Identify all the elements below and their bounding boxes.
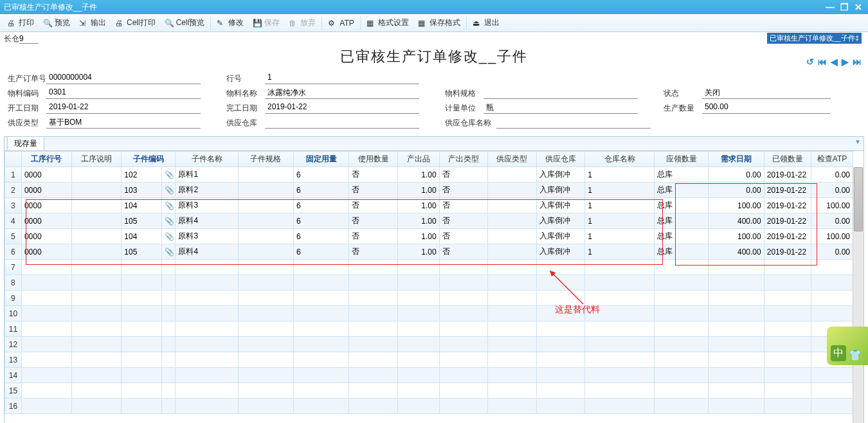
cell-empty[interactable]	[293, 321, 348, 337]
cell-name[interactable]: 原料3	[176, 198, 238, 213]
cell-empty[interactable]	[397, 260, 439, 275]
cell-empty[interactable]	[238, 260, 293, 275]
cell-empty[interactable]	[349, 260, 398, 275]
cell-empty[interactable]	[655, 368, 709, 383]
cell-empty[interactable]	[122, 306, 162, 321]
cell-code[interactable]: 105	[122, 244, 162, 260]
cell-empty[interactable]	[397, 337, 439, 352]
cell-supplytype[interactable]: 入库倒冲	[536, 229, 585, 244]
grid-vertical-scrollbar[interactable]	[853, 167, 863, 423]
cell-empty[interactable]	[536, 337, 585, 352]
cell-empty[interactable]	[21, 306, 71, 321]
cell-fixed[interactable]: 6	[293, 244, 348, 260]
cell-empty[interactable]	[161, 383, 176, 399]
close-button[interactable]: ✕	[853, 2, 864, 12]
cell-reqdate[interactable]: 2019-01-22	[764, 183, 811, 198]
cell-outtype[interactable]	[488, 198, 537, 213]
cell-empty[interactable]	[439, 291, 488, 306]
cell-empty[interactable]	[397, 306, 439, 321]
cell-issued[interactable]: 0.00	[811, 183, 853, 198]
cell-empty[interactable]	[397, 383, 439, 399]
cell-name[interactable]: 原料4	[176, 244, 238, 260]
cell-output[interactable]: 否	[349, 183, 398, 198]
cell-opdesc[interactable]	[71, 167, 122, 183]
cell-empty[interactable]	[122, 368, 162, 383]
cell-opdesc[interactable]	[71, 213, 122, 229]
format-set-button[interactable]: ▦格式设置	[362, 15, 413, 31]
col-op-line[interactable]: 工序行号	[21, 152, 71, 167]
table-row[interactable]: 8	[5, 275, 853, 291]
cell-empty[interactable]	[488, 275, 537, 291]
table-row[interactable]: 40000105📎原料46否1.00否入库倒冲1总库400.002019-01-…	[5, 213, 853, 229]
cell-spec[interactable]	[238, 244, 293, 260]
cell-empty[interactable]	[764, 291, 811, 306]
cell-empty[interactable]	[293, 383, 348, 399]
cell-empty[interactable]	[397, 321, 439, 337]
cell-empty[interactable]	[176, 368, 238, 383]
table-row[interactable]: 13	[5, 352, 853, 368]
cell-empty[interactable]	[349, 275, 398, 291]
cell-empty[interactable]	[709, 368, 764, 383]
cell-empty[interactable]	[811, 306, 853, 321]
cell-empty[interactable]	[176, 337, 238, 352]
cell-issued[interactable]: 0.00	[811, 167, 853, 183]
cell-op[interactable]: 0000	[21, 183, 71, 198]
cell-empty[interactable]	[349, 321, 398, 337]
cell-empty[interactable]	[488, 368, 537, 383]
exit-button[interactable]: ⏏退出	[468, 15, 504, 31]
cell-whname[interactable]: 总库	[655, 198, 709, 213]
cell-empty[interactable]	[71, 368, 122, 383]
maximize-button[interactable]: ❐	[838, 2, 850, 12]
cell-empty[interactable]	[161, 352, 176, 368]
col-child-code[interactable]: 子件编码	[122, 152, 176, 167]
line-no-field[interactable]: 1	[265, 73, 419, 84]
cell-isout[interactable]: 否	[439, 213, 488, 229]
cell-outtype[interactable]	[488, 167, 537, 183]
save-format-button[interactable]: ▦保存格式	[413, 15, 465, 31]
cell-reqdate[interactable]: 2019-01-22	[764, 198, 811, 213]
cell-empty[interactable]	[811, 275, 853, 291]
cell-empty[interactable]	[176, 275, 238, 291]
cell-wh[interactable]: 1	[585, 244, 655, 260]
cell-empty[interactable]	[709, 352, 764, 368]
cell-empty[interactable]	[71, 352, 122, 368]
cell-empty[interactable]	[71, 306, 122, 321]
col-child-spec[interactable]: 子件规格	[238, 152, 293, 167]
cell-empty[interactable]	[811, 368, 853, 383]
cell-empty[interactable]	[349, 291, 398, 306]
nav-first-icon[interactable]: ⏮	[818, 57, 827, 67]
cell-outtype[interactable]	[488, 229, 537, 244]
cell-supplytype[interactable]: 入库倒冲	[536, 183, 585, 198]
cell-empty[interactable]	[585, 383, 655, 399]
table-row[interactable]: 30000104📎原料36否1.00否入库倒冲1总库100.002019-01-…	[5, 198, 853, 213]
supply-wh-name-field[interactable]	[496, 117, 651, 129]
minimize-button[interactable]: —	[824, 2, 836, 12]
cell-empty[interactable]	[349, 306, 398, 321]
cell-empty[interactable]	[439, 352, 488, 368]
cell-empty[interactable]	[176, 260, 238, 275]
cell-empty[interactable]	[585, 306, 655, 321]
cell-empty[interactable]	[238, 337, 293, 352]
cell-empty[interactable]	[764, 306, 811, 321]
col-check-atp[interactable]: 检查ATP	[811, 152, 853, 167]
cell-name[interactable]: 原料3	[176, 229, 238, 244]
nav-prev-icon[interactable]: ◀	[831, 57, 838, 67]
cell-whname[interactable]: 总库	[655, 213, 709, 229]
cell-empty[interactable]	[71, 321, 122, 337]
mat-name-field[interactable]: 冰露纯净水	[265, 87, 419, 99]
cell-empty[interactable]	[439, 368, 488, 383]
cell-code[interactable]: 104	[122, 229, 162, 244]
col-supply-wh[interactable]: 供应仓库	[536, 152, 585, 167]
cell-empty[interactable]	[655, 383, 709, 399]
cell-wh[interactable]: 1	[585, 198, 655, 213]
cell-empty[interactable]	[764, 383, 811, 399]
cell-empty[interactable]	[585, 321, 655, 337]
cell-empty[interactable]	[536, 291, 585, 306]
cell-empty[interactable]	[21, 383, 71, 399]
cell-name[interactable]: 原料2	[176, 183, 238, 198]
cell-empty[interactable]	[122, 383, 162, 399]
end-date-field[interactable]: 2019-01-22	[265, 102, 419, 114]
cell-spec[interactable]	[238, 183, 293, 198]
cell-empty[interactable]	[397, 275, 439, 291]
cell-whname[interactable]: 总库	[655, 244, 709, 260]
